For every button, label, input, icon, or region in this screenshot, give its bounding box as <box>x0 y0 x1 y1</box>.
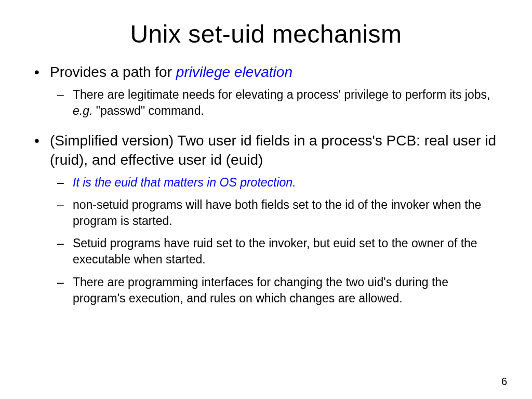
bullet-item-1: Provides a path for privilege elevation … <box>31 63 501 119</box>
bullet-2-text-before: (Simplified version) Two user id fields … <box>50 132 372 149</box>
bullet-1-sub-1: There are legitimate needs for elevating… <box>50 87 501 119</box>
bullet-2-sub-4: There are programming interfaces for cha… <box>50 274 501 307</box>
bullet-2-sub-2: non-setuid programs will have both field… <box>50 197 501 229</box>
bullet-item-2: (Simplified version) Two user id fields … <box>31 131 501 306</box>
bullet-1-sublist: There are legitimate needs for elevating… <box>50 87 501 119</box>
bullet-2-sublist: It is the euid that matters in OS protec… <box>50 175 501 306</box>
bullet-1-highlight: privilege elevation <box>176 64 292 80</box>
bullet-2-sub-3: Setuid programs have ruid set to the inv… <box>50 235 501 268</box>
bullet-1-text-before: Provides a path for <box>50 64 176 80</box>
bullet-list-level1: Provides a path for privilege elevation … <box>31 63 501 307</box>
bullet-2-sub-1: It is the euid that matters in OS protec… <box>50 175 501 191</box>
page-number: 6 <box>501 376 507 388</box>
slide: Unix set-uid mechanism Provides a path f… <box>0 0 532 399</box>
slide-title: Unix set-uid mechanism <box>31 20 501 48</box>
